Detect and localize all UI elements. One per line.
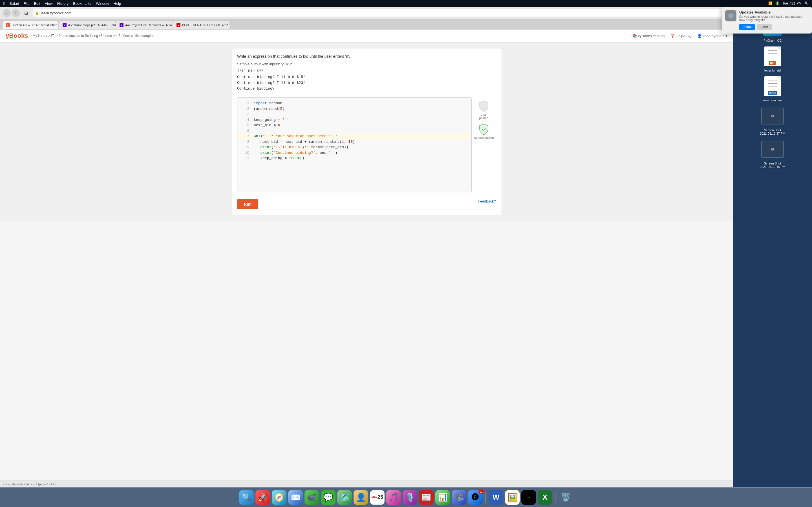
nav-buttons: ‹ ›	[3, 9, 20, 17]
run-button[interactable]: Run	[237, 199, 258, 209]
code-editor-container: 1 import random 2 random.seed(5) 3 4	[237, 98, 406, 192]
code-line-3: 3	[238, 112, 406, 117]
tab-1-favicon: z	[6, 23, 10, 27]
menu-window[interactable]: Window	[96, 1, 109, 6]
tab-2[interactable]: Y 4.2. While loops.pdf : IT-145 : Southe…	[59, 21, 116, 29]
menu-edit[interactable]: Edit	[34, 1, 40, 6]
exercise-card: Write an expression that continues to bi…	[231, 48, 406, 215]
sample-output-label: Sample output with inputs: 'y' 'y' 'n'	[237, 62, 406, 66]
url-text: learn.zybooks.com	[41, 11, 71, 15]
tab-4-favicon: ▶	[176, 23, 181, 27]
tab-3[interactable]: Y 4-4 Project One Reminder – IT-140-J510…	[116, 21, 172, 29]
code-line-11: 11 keep_going = input()	[238, 156, 406, 161]
menu-history[interactable]: History	[57, 1, 68, 6]
breadcrumb: My library > IT 140: Introduction to Scr…	[33, 34, 154, 38]
instruction-text: Write an expression that continues to bi…	[237, 54, 406, 59]
tab-1[interactable]: z Section 4.3 – IT 140: Introduction to …	[2, 21, 59, 29]
code-line-1: 1 import random	[238, 101, 406, 106]
browser-toolbar: ‹ › ⊟ 🔒 learn.zybooks.com ↻	[0, 7, 406, 19]
lock-icon: 🔒	[35, 11, 39, 15]
code-line-8: 8 next_bid = next_bid + random.randint(1…	[238, 139, 406, 145]
browser-content: yBooks My library > IT 140: Introduction…	[0, 29, 406, 253]
code-line-9: 9 print('I\'ll bid ${}!'.format(next_bid…	[238, 145, 406, 150]
output-line-2: Continue bidding? I'll bid $15!	[237, 74, 406, 80]
browser-tabs: z Section 4.3 – IT 140: Introduction to …	[0, 19, 406, 29]
output-line-3: Continue bidding? I'll bid $23!	[237, 80, 406, 86]
code-line-10: 10 print('Continue bidding?', end=' ')	[238, 150, 406, 156]
menu-safari-label[interactable]: Safari	[9, 1, 19, 6]
menu-bar:  zybooks Safari File Edit View History …	[0, 0, 406, 7]
code-line-5: 5 next_bid = 0	[238, 122, 406, 128]
apple-menu[interactable]: 	[3, 1, 5, 6]
zybooks-logo: yBooks	[6, 32, 28, 40]
sample-output: I'll bid $7! Continue bidding? I'll bid …	[237, 68, 406, 92]
menu-file[interactable]: File	[23, 1, 29, 6]
menu-view[interactable]: View	[45, 1, 53, 6]
tab-3-favicon: Y	[119, 23, 123, 27]
tab-2-label: 4.2. While loops.pdf : IT-145 : Southern…	[68, 23, 116, 27]
content-area: Write an expression that continues to bi…	[0, 43, 406, 221]
tab-3-label: 4-4 Project One Reminder – IT-140-J5100 …	[125, 23, 172, 27]
code-line-2: 2 random.seed(5)	[238, 106, 406, 112]
action-row: Run Feedback?	[237, 196, 406, 209]
output-line-4: Continue bidding?	[237, 86, 406, 92]
url-bar[interactable]: 🔒 learn.zybooks.com	[32, 9, 406, 17]
tab-2-favicon: Y	[63, 23, 66, 27]
tab-4[interactable]: ▶ BLUE THERAPY: EPISODE 4 *R...	[173, 21, 230, 29]
tab-1-label: Section 4.3 – IT 140: Introduction to Sc…	[11, 23, 59, 27]
tab-4-label: BLUE THERAPY: EPISODE 4 *R...	[182, 23, 230, 27]
code-line-7[interactable]: 7 while ''' Your solution goes here ''':	[238, 133, 406, 139]
menu-bar-left:  zybooks Safari File Edit View History …	[3, 1, 121, 6]
browser-chrome: ‹ › ⊟ 🔒 learn.zybooks.com ↻ z Section 4.…	[0, 7, 406, 30]
back-button[interactable]: ‹	[3, 9, 11, 17]
forward-button[interactable]: ›	[12, 9, 20, 17]
sidebar-button[interactable]: ⊟	[22, 9, 30, 17]
code-line-6: 6	[238, 128, 406, 134]
menu-bookmarks[interactable]: Bookmarks	[73, 1, 91, 6]
output-line-1: I'll bid $7!	[237, 68, 406, 74]
menu-help[interactable]: Help	[114, 1, 121, 6]
code-editor[interactable]: 1 import random 2 random.seed(5) 3 4	[238, 98, 406, 192]
code-line-4: 4 keep_going = '-'	[238, 117, 406, 123]
code-section: 1 import random 2 random.seed(5) 3 4	[237, 98, 406, 192]
zybooks-header: yBooks My library > IT 140: Introduction…	[0, 29, 406, 43]
